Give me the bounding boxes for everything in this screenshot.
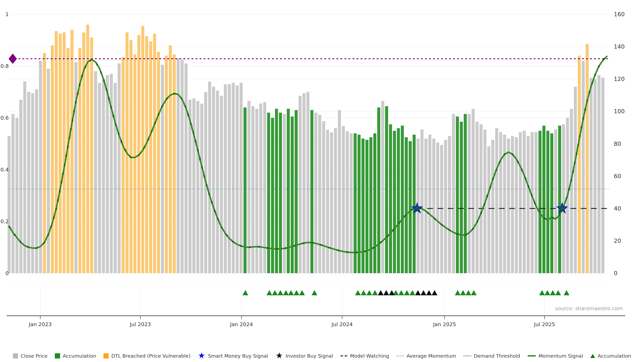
demand-threshold-dots-icon: [464, 356, 471, 356]
x-axis-label: Jul 2023: [130, 321, 151, 327]
accumulation-triangle-icon: [471, 290, 477, 295]
bar: [550, 133, 553, 273]
bar: [133, 54, 136, 273]
bar: [47, 68, 50, 273]
bar: [90, 37, 93, 273]
right-axis-labels: 160140120100806040200: [614, 11, 625, 277]
bar: [196, 101, 200, 273]
bar: [448, 136, 451, 273]
bar: [393, 131, 396, 273]
bar: [59, 34, 62, 273]
legend-item-model-watching: Model Watching: [340, 353, 389, 359]
bar: [228, 84, 231, 273]
bar: [70, 30, 74, 273]
accumulation-triangle-icon: [372, 290, 378, 295]
accumulation-triangle-icon: [288, 290, 294, 295]
right-axis-tick-label: 20: [614, 238, 621, 244]
bar: [224, 84, 227, 273]
bar: [153, 34, 156, 273]
accumulation-triangle-icon: [466, 290, 471, 295]
legend-label: Momentum Signal: [538, 353, 583, 359]
left-axis-labels: 10.80.60.40.20: [0, 11, 9, 276]
bar: [468, 114, 471, 273]
bar: [12, 114, 14, 273]
legend-label: Smart Money Buy Signal: [208, 353, 268, 359]
bar: [184, 63, 188, 273]
bar: [39, 61, 42, 273]
bar: [169, 45, 172, 273]
investor-buy-triangle-icon: [426, 290, 432, 295]
signal-strip: [7, 284, 609, 315]
investor-buy-triangle-icon: [378, 290, 384, 295]
bar: [200, 104, 203, 273]
bar: [102, 79, 105, 273]
chart-legend: Close PriceAccumulationDTL Breached (Pri…: [0, 353, 644, 359]
chart-page: Jan 2023Jul 2023Jan 2024Jul 2024Jan 2025…: [0, 0, 644, 362]
accumulation-triangle-icon: [278, 290, 283, 295]
model-watching-dash-icon: [340, 356, 347, 356]
bar: [8, 136, 10, 273]
accumulation-square-icon: [55, 353, 60, 359]
bar: [302, 93, 306, 273]
bar: [554, 130, 557, 273]
right-axis-tick-label: 40: [614, 205, 621, 212]
bar: [165, 56, 168, 273]
accumulation-triangle-icon: [366, 290, 372, 295]
bar: [35, 89, 38, 273]
bar: [389, 124, 392, 273]
bar: [578, 56, 581, 273]
bar: [546, 131, 550, 273]
accumulation-triangle-icon: [299, 290, 305, 295]
legend-item-dtl-breached-price-vulnerable: DTL Breached (Price Vulnerable): [104, 353, 190, 359]
bar: [397, 128, 400, 273]
x-axis: Jan 2023Jul 2023Jan 2024Jul 2024Jan 2025…: [7, 316, 625, 327]
bar: [244, 107, 246, 273]
right-axis-tick-label: 100: [614, 108, 625, 115]
bar: [338, 110, 341, 273]
bar: [590, 78, 593, 273]
bar: [562, 124, 565, 273]
price-bars: [8, 25, 604, 273]
accumulation-triangle-icon: [355, 290, 361, 295]
accumulation-triangle-icon: [550, 290, 556, 295]
legend-item-demand-threshold: Demand Threshold: [464, 353, 520, 359]
bar: [16, 118, 18, 273]
bar: [401, 125, 404, 273]
bar: [582, 61, 585, 273]
right-axis-tick-label: 60: [614, 173, 621, 179]
momentum-chart-svg: Jan 2023Jul 2023Jan 2024Jul 2024Jan 2025…: [0, 0, 644, 362]
bar: [538, 131, 542, 273]
bar: [149, 41, 152, 273]
bar: [330, 132, 333, 273]
accumulation-triangle-icon: [555, 290, 561, 295]
accumulation-triangle-icon: [398, 290, 404, 295]
bar: [318, 115, 321, 273]
smart-money-buy-signal-star-icon: ★: [198, 353, 205, 358]
bar: [66, 48, 70, 273]
bar: [409, 141, 412, 273]
accumulation-triangle-icon: [544, 290, 550, 295]
bar: [173, 54, 176, 273]
bar: [428, 135, 431, 273]
bar: [594, 79, 596, 273]
x-axis-label: Jan 2023: [28, 321, 52, 327]
left-axis-tick-label: 0.8: [0, 63, 9, 69]
bar: [476, 122, 479, 273]
left-axis-tick-label: 0.6: [0, 115, 9, 121]
accumulation-triangle-icon: [294, 290, 299, 295]
bar: [602, 78, 604, 273]
bar: [291, 116, 294, 273]
x-axis-label: Jul 2024: [331, 321, 353, 327]
bar: [507, 139, 510, 273]
source-label: source: sharemaestro.com: [555, 306, 623, 311]
bar: [161, 65, 164, 273]
bar: [31, 93, 34, 273]
bar: [519, 132, 522, 273]
bar: [220, 96, 223, 273]
bar: [491, 140, 494, 273]
accumulation-triangle-icon: [272, 290, 278, 295]
bar: [51, 45, 54, 273]
legend-label: Accumulation: [63, 353, 96, 359]
bar: [369, 137, 372, 273]
bar: [531, 132, 534, 273]
